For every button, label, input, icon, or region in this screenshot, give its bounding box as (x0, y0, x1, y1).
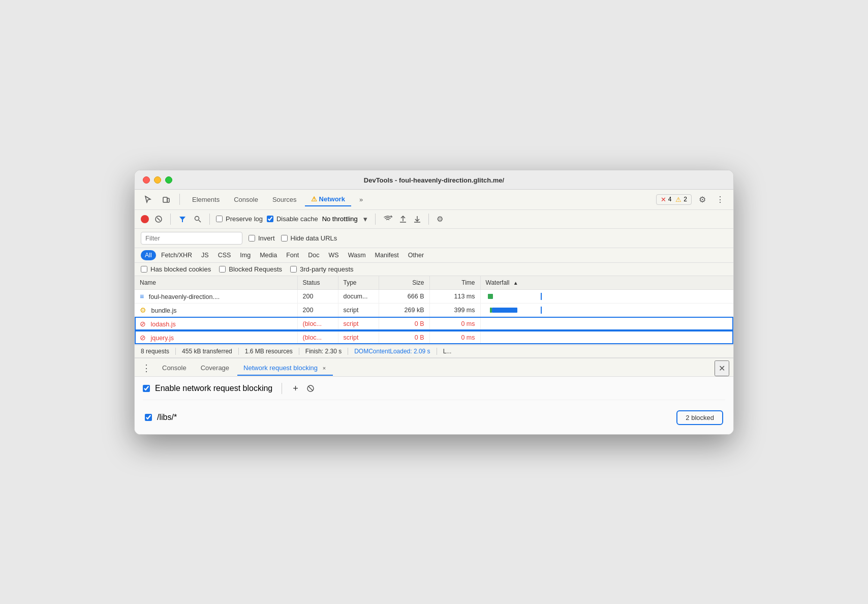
table-row[interactable]: ⊘ lodash.js (bloc... script 0 B 0 ms (135, 317, 733, 330)
table-row[interactable]: ≡ foul-heavenly-direction.... 200 docum.… (135, 289, 733, 303)
table-row[interactable]: ⚙ bundle.js 200 script 269 kB 399 ms (135, 303, 733, 317)
upload-btn[interactable] (398, 214, 408, 225)
blocked-requests-label[interactable]: Blocked Requests (219, 265, 282, 273)
warning-count: 2 (684, 196, 687, 203)
table-row[interactable]: ⊘ jquery.js (bloc... script 0 B 0 ms (135, 330, 733, 344)
waterfall-bar-teal (492, 308, 517, 313)
type-btn-manifest[interactable]: Manifest (371, 250, 403, 260)
disable-cache-checkbox[interactable] (267, 216, 273, 222)
network-settings-btn[interactable]: ⚙ (435, 213, 445, 225)
tab-sources[interactable]: Sources (266, 193, 303, 206)
device-icon (162, 195, 170, 203)
has-blocked-cookies-checkbox[interactable] (141, 266, 147, 273)
filter-btn[interactable] (177, 214, 188, 225)
clear-icon (154, 215, 163, 223)
col-header-status[interactable]: Status (297, 276, 338, 290)
disable-cache-label[interactable]: Disable cache (267, 215, 318, 223)
cell-size: 666 B (379, 289, 429, 303)
enable-blocking-label: Enable network request blocking (155, 384, 272, 393)
sep2 (170, 214, 171, 225)
search-icon (194, 215, 202, 223)
col-header-name[interactable]: Name (135, 276, 297, 290)
more-options-btn[interactable]: ⋮ (713, 193, 727, 206)
hide-data-urls-checkbox[interactable] (281, 235, 288, 241)
bottom-tab-console[interactable]: Console (156, 361, 193, 376)
settings-btn[interactable]: ⚙ (696, 193, 709, 206)
type-btn-css[interactable]: CSS (214, 250, 235, 260)
preserve-log-label[interactable]: Preserve log (216, 215, 263, 223)
download-btn[interactable] (412, 214, 422, 225)
invert-label[interactable]: Invert (249, 234, 275, 242)
transferred-size: 455 kB transferred (182, 348, 239, 355)
bottom-panel-menu-btn[interactable]: ⋮ (139, 361, 154, 375)
add-pattern-btn[interactable]: + (291, 382, 300, 396)
col-header-time[interactable]: Time (429, 276, 480, 290)
search-btn[interactable] (192, 214, 203, 225)
minimize-button[interactable] (154, 176, 161, 184)
wifi-icon-btn[interactable] (382, 214, 394, 225)
tab-elements[interactable]: Elements (186, 193, 226, 206)
col-header-size[interactable]: Size (379, 276, 429, 290)
close-panel-btn[interactable]: ✕ (715, 360, 729, 376)
cell-time: 399 ms (429, 303, 480, 317)
type-btn-doc[interactable]: Doc (304, 250, 323, 260)
third-party-label[interactable]: 3rd-party requests (290, 265, 354, 273)
hide-data-urls-label[interactable]: Hide data URLs (281, 234, 337, 242)
close-tab-btn[interactable]: × (322, 365, 327, 371)
fullscreen-button[interactable] (165, 176, 172, 184)
tab-network[interactable]: ⚠Network (305, 193, 351, 206)
block-all-btn[interactable] (305, 383, 316, 394)
tab-console[interactable]: Console (228, 193, 264, 206)
invert-checkbox[interactable] (249, 235, 255, 241)
cell-time: 113 ms (429, 289, 480, 303)
record-button[interactable] (141, 215, 149, 223)
resources-size: 1.6 MB resources (245, 348, 299, 355)
type-btn-all[interactable]: All (141, 250, 156, 260)
svg-point-5 (195, 216, 199, 220)
waterfall-bar-green (490, 308, 492, 313)
checkbox-row: Has blocked cookies Blocked Requests 3rd… (135, 263, 733, 276)
type-btn-img[interactable]: Img (236, 250, 255, 260)
type-btn-ws[interactable]: WS (324, 250, 343, 260)
blocking-sep (282, 383, 282, 394)
cell-size: 0 B (379, 330, 429, 344)
type-btn-media[interactable]: Media (256, 250, 281, 260)
tab-more[interactable]: » (353, 193, 369, 206)
rule-checkbox[interactable] (145, 414, 152, 421)
type-btn-other[interactable]: Other (404, 250, 428, 260)
type-btn-js[interactable]: JS (197, 250, 213, 260)
clear-btn[interactable] (153, 214, 164, 225)
enable-blocking-checkbox[interactable] (143, 385, 150, 392)
blocked-icon: ⊘ (140, 320, 146, 328)
blocked-requests-checkbox[interactable] (219, 266, 226, 273)
close-button[interactable] (143, 176, 150, 184)
waterfall-bar (488, 294, 493, 299)
filter-row: Invert Hide data URLs (135, 229, 733, 248)
block-icon (306, 384, 315, 392)
cursor-tool-btn[interactable] (141, 193, 155, 205)
bottom-tab-coverage[interactable]: Coverage (195, 361, 235, 376)
third-party-checkbox[interactable] (290, 266, 297, 273)
type-btn-wasm[interactable]: Wasm (344, 250, 370, 260)
type-btn-font[interactable]: Font (282, 250, 303, 260)
close-icon: ✕ (719, 364, 725, 373)
network-table: Name Status Type Size Time Waterfall ▲ ≡ (135, 276, 733, 345)
network-table-container: Name Status Type Size Time Waterfall ▲ ≡ (135, 276, 733, 345)
main-toolbar: Elements Console Sources ⚠Network » ✕ 4 … (135, 190, 733, 210)
has-blocked-cookies-label[interactable]: Has blocked cookies (141, 265, 211, 273)
cell-time: 0 ms (429, 317, 480, 330)
warning-icon: ⚠ (675, 196, 681, 203)
blocking-rule: /libs/* 2 blocked (143, 406, 725, 429)
preserve-log-checkbox[interactable] (216, 216, 223, 222)
col-header-type[interactable]: Type (338, 276, 379, 290)
col-header-waterfall[interactable]: Waterfall ▲ (480, 276, 733, 290)
error-count: 4 (668, 196, 672, 203)
type-btn-fetch-xhr[interactable]: Fetch/XHR (157, 250, 196, 260)
cursor-icon (144, 195, 152, 203)
sep5 (428, 214, 429, 225)
device-toggle-btn[interactable] (159, 193, 173, 205)
bottom-tab-network-request-blocking[interactable]: Network request blocking × (237, 361, 333, 376)
throttle-dropdown-btn[interactable]: ▾ (362, 213, 369, 225)
separator (179, 194, 180, 205)
filter-input[interactable] (141, 232, 242, 245)
